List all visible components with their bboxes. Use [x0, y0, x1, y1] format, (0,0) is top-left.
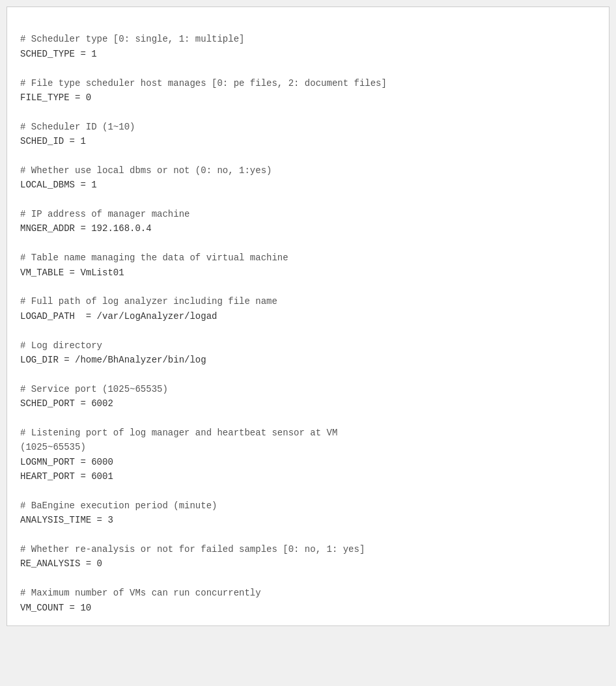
config-value-12: VM_COUNT = 10 — [20, 603, 91, 613]
config-comment-6: # Full path of log analyzer including fi… — [20, 296, 277, 307]
config-value-4: MNGER_ADDR = 192.168.0.4 — [20, 223, 152, 234]
config-value-6: LOGAD_PATH = /var/LogAnalyzer/logad — [20, 311, 217, 322]
config-value-11: RE_ANALYSIS = 0 — [20, 558, 102, 569]
config-comment-1: # File type scheduler host manages [0: p… — [20, 78, 387, 89]
config-value-0: SCHED_TYPE = 1 — [20, 49, 97, 59]
config-value-2: SCHED_ID = 1 — [20, 136, 86, 146]
config-comment-10: # BaEngine execution period (minute) — [20, 501, 217, 511]
config-value-10: ANALYSIS_TIME = 3 — [20, 515, 113, 525]
config-comment-2: # Scheduler ID (1~10) — [20, 122, 135, 132]
config-value-8: SCHED_PORT = 6002 — [20, 398, 113, 409]
config-comment-7: # Log directory — [20, 340, 102, 351]
config-value-5: VM_TABLE = VmList01 — [20, 268, 124, 278]
config-value-7: LOG_DIR = /home/BhAnalyzer/bin/log — [20, 355, 206, 365]
config-comment-9: # Listening port of log manager and hear… — [20, 428, 337, 452]
config-comment-12: # Maximum number of VMs can run concurre… — [20, 588, 261, 598]
config-value-1: FILE_TYPE = 0 — [20, 92, 91, 103]
config-comment-0: # Scheduler type [0: single, 1: multiple… — [20, 34, 244, 44]
config-value-3: LOCAL_DBMS = 1 — [20, 180, 97, 190]
config-comment-8: # Service port (1025~65535) — [20, 384, 168, 394]
config-comment-5: # Table name managing the data of virtua… — [20, 253, 288, 263]
config-file-container: # Scheduler type [0: single, 1: multiple… — [7, 7, 609, 626]
config-value-9: LOGMN_PORT = 6000 HEART_PORT = 6001 — [20, 457, 113, 482]
config-comment-11: # Whether re-analysis or not for failed … — [20, 544, 365, 555]
config-comment-3: # Whether use local dbms or not (0: no, … — [20, 165, 272, 176]
config-comment-4: # IP address of manager machine — [20, 209, 189, 219]
